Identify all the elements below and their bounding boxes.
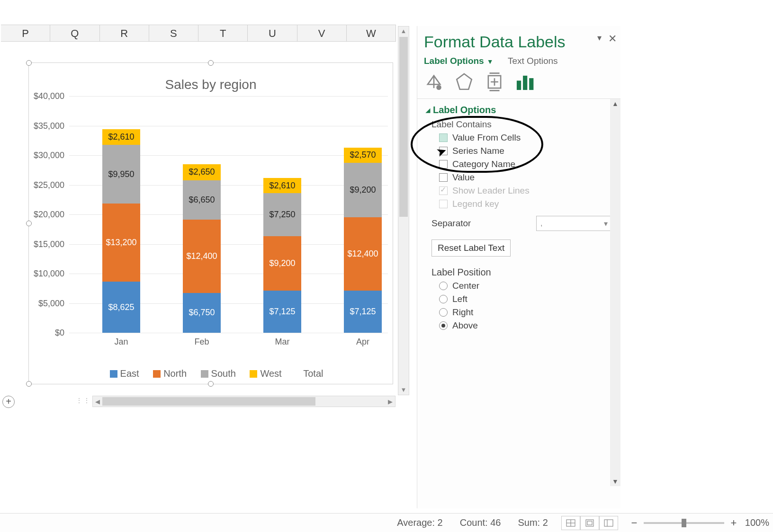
bar-segment-west[interactable]: $2,650 — [183, 164, 221, 180]
selection-handle[interactable] — [208, 381, 214, 387]
svg-point-0 — [436, 85, 441, 90]
new-sheet-button[interactable]: + — [2, 396, 15, 408]
fill-line-icon[interactable] — [424, 72, 444, 92]
scroll-down-icon[interactable]: ▼ — [398, 385, 409, 395]
checkbox-icon[interactable] — [439, 173, 448, 182]
bar-segment-south[interactable]: $9,200 — [344, 163, 382, 217]
zoom-slider-knob[interactable] — [682, 519, 686, 527]
radio-right[interactable]: Right — [439, 307, 612, 318]
section-label-options[interactable]: Label Options — [426, 105, 612, 115]
radio-icon[interactable] — [439, 282, 448, 290]
radio-center[interactable]: Center — [439, 281, 612, 291]
col-header[interactable]: U — [248, 25, 297, 41]
zoom-in-button[interactable]: + — [729, 517, 738, 529]
radio-icon[interactable] — [439, 321, 448, 330]
pane-menu-icon[interactable]: ▾ — [597, 33, 602, 43]
pane-scrollbar[interactable]: ▲ ▼ — [610, 99, 620, 486]
scroll-up-icon[interactable]: ▲ — [610, 99, 620, 108]
checkbox-value-from-cells[interactable]: Value From Cells — [439, 133, 612, 143]
bar-segment-south[interactable]: $7,250 — [263, 193, 301, 236]
checkbox-category-name[interactable]: Category Name — [439, 159, 612, 169]
checkbox-show-leader-lines: Show Leader Lines — [439, 186, 612, 196]
bar-segment-south[interactable]: $9,950 — [102, 145, 140, 204]
selection-handle[interactable] — [208, 60, 214, 66]
checkbox-icon[interactable] — [439, 133, 448, 142]
bar-segment-east[interactable]: $7,125 — [263, 291, 301, 333]
radio-icon[interactable] — [439, 308, 448, 317]
scroll-left-icon[interactable]: ◀ — [93, 398, 102, 405]
bar-segment-west[interactable]: $2,610 — [102, 129, 140, 145]
grid-view-icon — [566, 519, 575, 527]
page-layout-icon — [585, 519, 594, 527]
status-bar: Average: 2 Count: 46 Sum: 2 − + 100% — [0, 513, 773, 532]
status-sum: Sum: 2 — [518, 517, 548, 528]
tab-text-options[interactable]: Text Options — [508, 56, 558, 66]
normal-view-button[interactable] — [561, 516, 580, 530]
horizontal-scrollbar[interactable]: ◀ ▶ — [92, 396, 395, 407]
bar-segment-north[interactable]: $12,400 — [183, 220, 221, 293]
bar-segment-east[interactable]: $8,625 — [102, 282, 140, 333]
col-header[interactable]: W — [347, 25, 396, 41]
col-header[interactable]: S — [149, 25, 198, 41]
checkbox-icon[interactable] — [439, 147, 448, 155]
zoom-out-button[interactable]: − — [629, 517, 639, 529]
zoom-slider[interactable] — [644, 522, 724, 524]
col-header[interactable]: T — [198, 25, 248, 41]
svg-marker-1 — [457, 74, 472, 89]
status-count: Count: 46 — [460, 517, 501, 528]
scroll-up-icon[interactable]: ▲ — [398, 27, 409, 36]
selection-handle[interactable] — [26, 381, 32, 387]
page-break-view-button[interactable] — [599, 516, 618, 530]
close-icon[interactable]: ✕ — [608, 33, 617, 45]
chart-plot-area[interactable]: $0$5,000$10,000$15,000$20,000$25,000$30,… — [69, 96, 388, 333]
svg-rect-9 — [586, 520, 593, 526]
selection-handle[interactable] — [26, 221, 32, 226]
scroll-track[interactable] — [102, 396, 386, 407]
size-properties-icon[interactable] — [485, 72, 504, 92]
bar-segment-east[interactable]: $6,750 — [183, 293, 221, 333]
separator-select[interactable]: , ▾ — [536, 216, 612, 231]
bar-segment-north[interactable]: $13,200 — [102, 204, 140, 282]
chart-object[interactable]: Sales by region $0$5,000$10,000$15,000$2… — [28, 62, 393, 384]
col-header[interactable]: P — [1, 25, 50, 41]
scroll-right-icon[interactable]: ▶ — [386, 398, 395, 405]
pane-category-icons — [417, 72, 620, 98]
checkbox-icon[interactable] — [439, 160, 448, 168]
effects-icon[interactable] — [454, 72, 474, 92]
radio-label: Center — [452, 281, 479, 291]
checkbox-value[interactable]: Value — [439, 172, 612, 183]
sheet-tab-drag-icon[interactable]: ⋮⋮ — [76, 397, 91, 404]
col-header[interactable]: R — [100, 25, 149, 41]
svg-rect-5 — [529, 78, 533, 90]
y-axis-tick: $30,000 — [29, 151, 64, 160]
zoom-percent[interactable]: 100% — [745, 517, 769, 528]
col-header[interactable]: Q — [50, 25, 99, 41]
label-options-icon[interactable] — [515, 72, 535, 92]
selection-handle[interactable] — [26, 60, 32, 66]
scroll-thumb[interactable] — [102, 397, 315, 406]
page-layout-view-button[interactable] — [580, 516, 599, 530]
reset-label-text-button[interactable]: Reset Label Text — [431, 239, 511, 257]
tab-label-options[interactable]: Label Options — [424, 56, 484, 66]
chevron-down-icon[interactable]: ▼ — [487, 58, 494, 65]
format-data-labels-pane: ▾ ✕ Format Data Labels Label Options▼ Te… — [417, 26, 620, 508]
checkbox-series-name[interactable]: Series Name — [439, 146, 612, 156]
bar-segment-west[interactable]: $2,570 — [344, 148, 382, 163]
radio-above[interactable]: Above — [439, 320, 612, 331]
scroll-thumb[interactable] — [399, 37, 408, 217]
chart-title[interactable]: Sales by region — [29, 77, 393, 92]
scroll-down-icon[interactable]: ▼ — [610, 477, 620, 486]
legend-swatch-south — [201, 370, 208, 378]
radio-icon[interactable] — [439, 295, 448, 303]
col-header[interactable]: V — [297, 25, 347, 41]
vertical-scrollbar[interactable]: ▲ ▼ — [398, 26, 409, 395]
y-axis-tick: $25,000 — [29, 180, 64, 190]
chart-legend[interactable]: East North South West Total — [29, 368, 393, 379]
bar-segment-south[interactable]: $6,650 — [183, 180, 221, 220]
bar-segment-east[interactable]: $7,125 — [344, 291, 382, 333]
checkbox-icon — [439, 200, 448, 208]
bar-segment-west[interactable]: $2,610 — [263, 178, 301, 194]
bar-segment-north[interactable]: $12,400 — [344, 217, 382, 291]
radio-left[interactable]: Left — [439, 294, 612, 304]
bar-segment-north[interactable]: $9,200 — [263, 236, 301, 291]
